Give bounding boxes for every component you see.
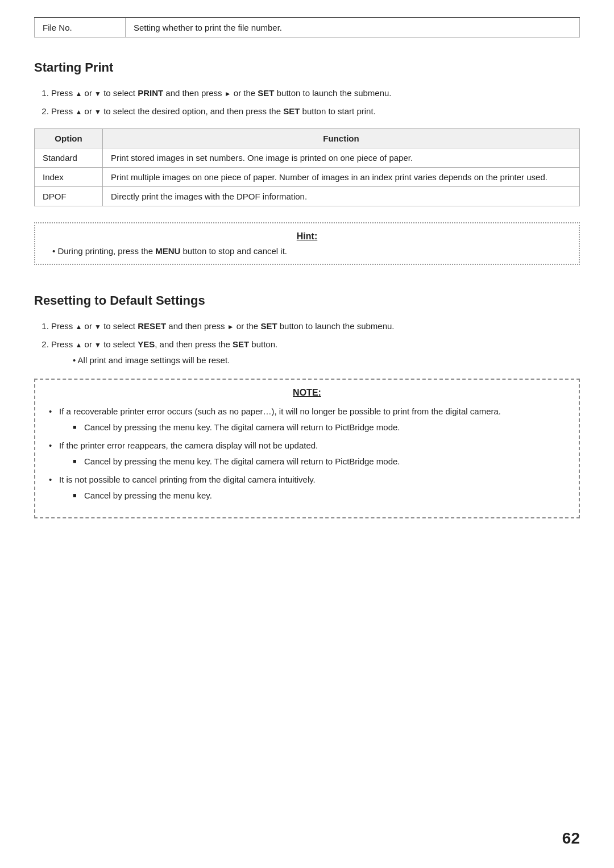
file-no-label: File No. — [35, 18, 126, 38]
option-col-header: Option — [35, 129, 103, 148]
or-text-4: or — [85, 339, 92, 349]
tri-down-icon-1 — [94, 88, 101, 98]
tri-down-icon-4 — [94, 339, 101, 349]
tri-up-icon-2 — [76, 106, 82, 116]
set-keyword-1: SET — [258, 88, 274, 98]
option-standard: Standard — [35, 148, 103, 168]
note-sub-1-1: Cancel by pressing the menu key. The dig… — [73, 421, 565, 434]
set-keyword-2: SET — [283, 106, 300, 116]
note-sub-2-1: Cancel by pressing the menu key. The dig… — [73, 455, 565, 468]
function-standard: Print stored images in set numbers. One … — [103, 148, 580, 168]
function-dpof: Directly print the images with the DPOF … — [103, 187, 580, 206]
table-row-index: Index Print multiple images on one piece… — [35, 168, 580, 187]
note-item-2: If the printer error reappears, the came… — [49, 439, 565, 468]
or-text-1: or — [85, 88, 92, 98]
resetting-steps: Press or to select RESET and then press … — [51, 319, 580, 367]
note-sub-3-1: Cancel by pressing the menu key. — [73, 489, 565, 502]
starting-print-title: Starting Print — [34, 60, 580, 75]
function-index: Print multiple images on one piece of pa… — [103, 168, 580, 187]
option-dpof: DPOF — [35, 187, 103, 206]
starting-print-section: Starting Print Press or to select PRINT … — [34, 60, 580, 265]
note-title: NOTE: — [49, 388, 565, 398]
note-item-3-text: It is not possible to cancel printing fr… — [59, 475, 316, 484]
menu-keyword: MENU — [155, 246, 180, 256]
table-row-standard: Standard Print stored images in set numb… — [35, 148, 580, 168]
note-item-2-text: If the printer error reappears, the came… — [59, 441, 318, 450]
resetting-step2-sub: All print and image settings will be res… — [51, 354, 580, 367]
note-item-2-sub: Cancel by pressing the menu key. The dig… — [59, 455, 565, 468]
hint-item: During printing, press the MENU button t… — [52, 246, 567, 256]
set-keyword-3: SET — [260, 321, 277, 331]
note-item-3: It is not possible to cancel printing fr… — [49, 473, 565, 502]
note-item-1-text: If a recoverable printer error occurs (s… — [59, 406, 501, 416]
resetting-section: Resetting to Default Settings Press or t… — [34, 293, 580, 518]
resetting-sub-item: All print and image settings will be res… — [73, 354, 580, 367]
note-item-3-sub: Cancel by pressing the menu key. — [59, 489, 565, 502]
or-text-2: or — [85, 106, 92, 116]
starting-print-step2: Press or to select the desired option, a… — [51, 105, 580, 118]
or-text-3: or — [85, 321, 92, 331]
table-row-dpof: DPOF Directly print the images with the … — [35, 187, 580, 206]
note-item-1: If a recoverable printer error occurs (s… — [49, 405, 565, 434]
function-col-header: Function — [103, 129, 580, 148]
tri-right-icon-1 — [225, 88, 231, 98]
tri-down-icon-3 — [94, 321, 101, 331]
file-no-table: File No. Setting whether to print the fi… — [34, 17, 580, 38]
resetting-step1: Press or to select RESET and then press … — [51, 319, 580, 333]
resetting-title: Resetting to Default Settings — [34, 293, 580, 308]
hint-text-suffix: button to stop and cancel it. — [183, 246, 287, 256]
option-index: Index — [35, 168, 103, 187]
hint-text-prefix: During printing, press the — [57, 246, 153, 256]
hint-list: During printing, press the MENU button t… — [47, 246, 567, 256]
tri-right-icon-2 — [227, 321, 234, 331]
print-options-table: Option Function Standard Print stored im… — [34, 128, 580, 206]
note-item-1-sub: Cancel by pressing the menu key. The dig… — [59, 421, 565, 434]
yes-keyword: YES — [138, 339, 155, 349]
tri-up-icon-1 — [76, 88, 82, 98]
tri-down-icon-2 — [94, 106, 101, 116]
hint-box: Hint: During printing, press the MENU bu… — [34, 222, 580, 265]
resetting-step2: Press or to select YES, and then press t… — [51, 338, 580, 367]
reset-keyword: RESET — [138, 321, 166, 331]
note-list: If a recoverable printer error occurs (s… — [49, 405, 565, 502]
note-box: NOTE: If a recoverable printer error occ… — [34, 379, 580, 518]
starting-print-step1: Press or to select PRINT and then press … — [51, 86, 580, 100]
set-keyword-4: SET — [233, 339, 249, 349]
tri-up-icon-4 — [76, 339, 82, 349]
tri-up-icon-3 — [76, 321, 82, 331]
hint-title: Hint: — [47, 231, 567, 242]
page-number: 62 — [562, 829, 580, 848]
starting-print-steps: Press or to select PRINT and then press … — [51, 86, 580, 118]
file-no-desc: Setting whether to print the file number… — [126, 18, 580, 38]
print-keyword: PRINT — [138, 88, 163, 98]
